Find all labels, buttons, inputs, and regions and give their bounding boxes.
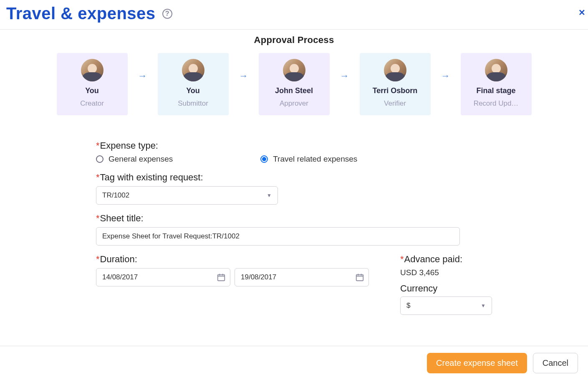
- duration-label: *Duration:: [96, 254, 369, 265]
- stage-role: Creator: [61, 99, 124, 108]
- advance-paid-value: USD 3,465: [400, 268, 492, 277]
- stage-name: Terri Osborn: [364, 86, 426, 95]
- approval-stage-approver: John Steel Approver: [259, 53, 330, 115]
- stage-role: Verifier: [364, 99, 426, 108]
- dialog-footer: Create expense sheet Cancel: [0, 346, 588, 380]
- calendar-icon[interactable]: [355, 273, 364, 282]
- advance-paid-label: *Advance paid:: [400, 254, 492, 265]
- stage-role: Submittor: [162, 99, 225, 108]
- page-title: Travel & expenses: [6, 4, 156, 23]
- currency-label: Currency: [400, 283, 492, 294]
- stage-role: Record Upd…: [465, 99, 527, 108]
- create-expense-sheet-button[interactable]: Create expense sheet: [427, 353, 527, 373]
- help-icon[interactable]: ?: [162, 9, 172, 19]
- expense-form: *Expense type: General expenses Travel r…: [0, 128, 588, 315]
- select-value: TR/1002: [102, 191, 129, 200]
- approval-process: You Creator → You Submittor → John Steel…: [0, 46, 588, 128]
- stage-name: John Steel: [263, 86, 326, 95]
- avatar: [384, 59, 406, 81]
- page-header: Travel & expenses ? ✕: [0, 0, 588, 30]
- radio-icon: [260, 155, 268, 163]
- calendar-icon[interactable]: [217, 273, 226, 282]
- duration-to-input[interactable]: 19/08/2017: [235, 268, 369, 286]
- approval-stage-verifier: Terri Osborn Verifier: [360, 53, 431, 115]
- required-marker: *: [96, 172, 100, 182]
- stage-role: Approver: [263, 99, 326, 108]
- radio-icon: [96, 155, 103, 163]
- tag-request-select[interactable]: TR/1002 ▼: [96, 186, 278, 205]
- input-value: 19/08/2017: [241, 273, 276, 281]
- sheet-title-input[interactable]: Expense Sheet for Travel Request:TR/1002: [96, 227, 460, 246]
- approval-stage-final: Final stage Record Upd…: [461, 53, 532, 115]
- arrow-icon: →: [235, 53, 252, 81]
- approval-process-title: Approval Process: [0, 35, 588, 46]
- arrow-icon: →: [336, 53, 353, 81]
- avatar: [182, 59, 204, 81]
- chevron-down-icon: ▼: [267, 193, 272, 198]
- required-marker: *: [96, 213, 100, 223]
- required-marker: *: [96, 140, 100, 151]
- arrow-icon: →: [437, 53, 454, 81]
- approval-stage-creator: You Creator: [57, 53, 128, 115]
- svg-rect-0: [218, 275, 225, 281]
- chevron-down-icon: ▼: [481, 303, 486, 309]
- cancel-button[interactable]: Cancel: [533, 353, 578, 373]
- required-marker: *: [400, 254, 404, 264]
- tag-request-label: *Tag with existing request:: [96, 172, 492, 183]
- expense-type-options: General expenses Travel related expenses: [96, 155, 492, 164]
- stage-name: Final stage: [465, 86, 527, 95]
- avatar: [81, 59, 103, 81]
- stage-name: You: [162, 86, 225, 95]
- svg-rect-1: [356, 275, 363, 281]
- arrow-icon: →: [134, 53, 151, 81]
- input-value: 14/08/2017: [102, 273, 138, 281]
- stage-name: You: [61, 86, 124, 95]
- avatar: [283, 59, 305, 81]
- radio-label: General expenses: [109, 155, 173, 164]
- input-value: Expense Sheet for Travel Request:TR/1002: [102, 232, 240, 241]
- radio-label: Travel related expenses: [273, 155, 357, 164]
- close-icon[interactable]: ✕: [578, 8, 585, 18]
- avatar: [485, 59, 507, 81]
- currency-select[interactable]: $ ▼: [400, 296, 492, 315]
- duration-from-input[interactable]: 14/08/2017: [96, 268, 230, 286]
- sheet-title-label: *Sheet title:: [96, 213, 492, 224]
- select-value: $: [406, 301, 410, 310]
- required-marker: *: [96, 254, 100, 264]
- expense-type-label: *Expense type:: [96, 140, 492, 151]
- approval-stage-submittor: You Submittor: [158, 53, 229, 115]
- radio-general-expenses[interactable]: General expenses: [96, 155, 173, 164]
- radio-travel-expenses[interactable]: Travel related expenses: [260, 155, 357, 164]
